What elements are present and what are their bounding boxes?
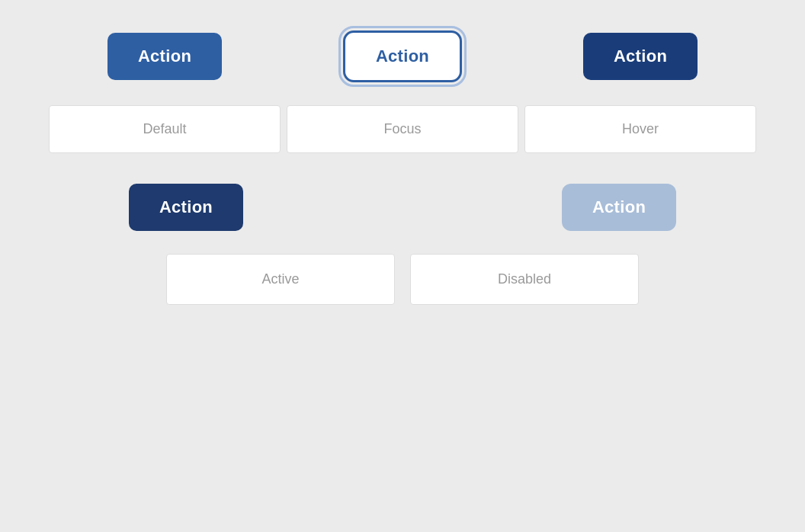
label-disabled: Disabled bbox=[410, 254, 639, 305]
focus-button[interactable]: Action bbox=[343, 30, 462, 82]
col-disabled: Action bbox=[479, 184, 759, 231]
col-default: Action bbox=[46, 33, 284, 80]
main-container: Action Action Action Default Focus Hover… bbox=[0, 0, 805, 532]
col-focus: Action bbox=[284, 30, 521, 82]
label-focus: Focus bbox=[287, 105, 518, 153]
label-default: Default bbox=[49, 105, 281, 153]
col-active: Action bbox=[46, 184, 326, 231]
active-button[interactable]: Action bbox=[129, 184, 243, 231]
label-active: Active bbox=[166, 254, 395, 305]
button-row-2: Action Action bbox=[46, 184, 759, 231]
labels-row-2: Active Disabled bbox=[46, 254, 759, 305]
labels-row-1: Default Focus Hover bbox=[46, 105, 759, 153]
hover-button[interactable]: Action bbox=[583, 33, 698, 80]
button-row-1: Action Action Action bbox=[46, 30, 759, 82]
col-hover: Action bbox=[521, 33, 759, 80]
disabled-button: Action bbox=[562, 184, 676, 231]
label-hover: Hover bbox=[524, 105, 756, 153]
default-button[interactable]: Action bbox=[107, 33, 222, 80]
